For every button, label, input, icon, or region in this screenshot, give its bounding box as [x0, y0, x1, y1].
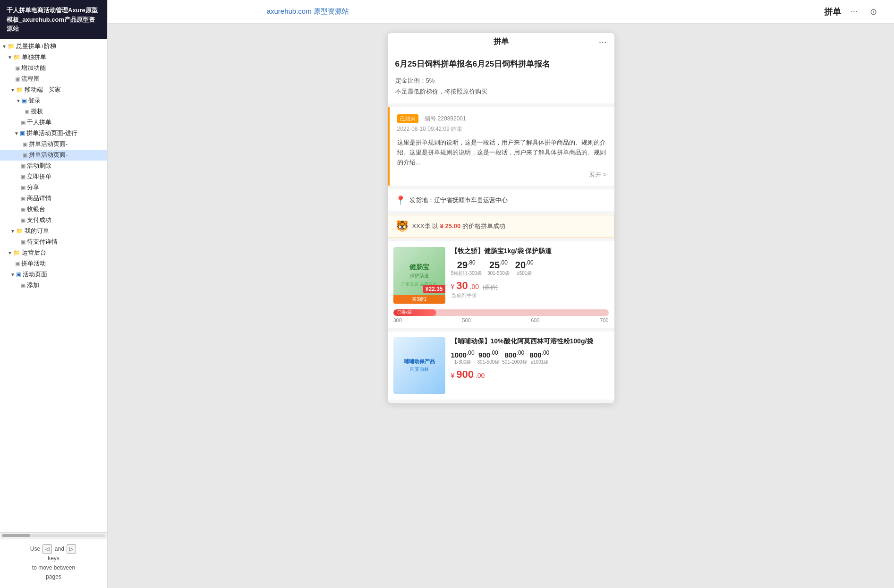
sidebar-item-label: 授权	[31, 108, 43, 116]
page-icon: ▣	[21, 174, 26, 180]
sidebar-item-ops-activity[interactable]: ▣ 拼单活动	[0, 258, 107, 269]
sidebar-tree[interactable]: ▼ 📁 总量拼单+阶梯 ▼ 📁 单独拼单 ▣ 增加功能 ▣ 流程图 ▼ 📁	[0, 39, 107, 532]
sidebar-item-flowchart[interactable]: ▣ 流程图	[0, 74, 107, 85]
sidebar-item-pay-success[interactable]: ▣ 支付成功	[0, 215, 107, 226]
page-icon: ▣	[21, 282, 26, 289]
sidebar-item-thousand[interactable]: ▣ 千人拼单	[0, 117, 107, 128]
price-tier-1-3: 20.00 ≥501袋	[515, 259, 534, 277]
arrow-icon: ▼	[16, 98, 21, 103]
sidebar-item-activity-page2[interactable]: ▣ 拼单活动页面-	[0, 150, 107, 161]
sidebar-item-delete[interactable]: ▣ 活动删除	[0, 161, 107, 171]
activity-title-card: 6月25日饲料拼单报名6月25日饲料拼单报名 定金比例：5% 不足最低阶梯价，将…	[388, 51, 614, 103]
expand-button[interactable]: 展开 >	[397, 170, 607, 179]
product-info-2: 【哺哺动保】10%酸化阿莫西林可溶性粉100g/袋 1000.00 1-300袋	[451, 337, 609, 394]
price-tiers-2: 1000.00 1-300袋 900.00 301-500袋	[451, 349, 609, 366]
product-info-1: 【牧之骄】健肠宝1kg/袋 保护肠道 29.80 5袋起订-300袋	[451, 247, 609, 304]
status-badge: 已结束	[397, 114, 418, 123]
page-icon: ▣	[21, 239, 26, 245]
sidebar-item-root[interactable]: ▼ 📁 总量拼单+阶梯	[0, 41, 107, 52]
sidebar-item-label: 添加	[27, 281, 39, 290]
key-right-btn: ▷	[67, 544, 76, 554]
price-tier-2-2: 900.00 301-500袋	[477, 349, 500, 366]
arrow-icon: ▼	[10, 229, 15, 234]
sidebar-item-my-orders[interactable]: ▼ 📁 我的订单	[0, 226, 107, 237]
sidebar-item-label: 拼单活动	[21, 260, 46, 268]
sidebar-hscroll[interactable]	[0, 532, 107, 539]
sidebar-item-label: 拼单活动页面-进行	[26, 129, 77, 137]
sidebar-item-product-detail[interactable]: ▣ 商品详情	[0, 193, 107, 204]
prog-label-300: 300	[393, 317, 402, 323]
arrow-icon: ▼	[8, 250, 12, 256]
page-icon: ▣	[15, 261, 20, 267]
nav-hint-keys: keys	[48, 555, 60, 562]
sidebar-item-auth[interactable]: ▣ 授权	[0, 106, 107, 117]
sidebar-item-checkout[interactable]: ▣ 收银台	[0, 204, 107, 215]
prog-label-600: 600	[531, 317, 539, 323]
sidebar-item-login[interactable]: ▼ ▣ 登录	[0, 95, 107, 106]
progress-bar-1: 已拼x袋	[393, 309, 609, 316]
nav-hint-use: Use	[30, 545, 40, 552]
status-desc: 这里是拼单规则的说明，这是一段话，用户来了解具体拼单商品的、规则的介绍。这里是拼…	[397, 138, 607, 167]
phone-content: 6月25日饲料拼单报名6月25日饲料拼单报名 定金比例：5% 不足最低阶梯价，将…	[388, 51, 614, 400]
phone-nav-more-button[interactable]: ···	[599, 36, 607, 47]
product-img-sublabel-2: 阿莫西林	[410, 366, 429, 373]
tier-label-2-4: ≥1001袋	[530, 359, 550, 366]
sidebar-item-single[interactable]: ▼ 📁 单独拼单	[0, 52, 107, 63]
topbar-settings-button[interactable]: ⊙	[867, 5, 880, 19]
arrow-icon: ▼	[8, 55, 12, 60]
sidebar-item-label: 移动端—买家	[25, 86, 61, 94]
sidebar-item-activity-folder[interactable]: ▼ ▣ 拼单活动页面-进行	[0, 128, 107, 139]
tier-price-main-2-3: 800.00	[502, 349, 527, 359]
sidebar-item-immediate[interactable]: ▣ 立即拼单	[0, 171, 107, 182]
sidebar-item-label: 活动页面	[23, 271, 47, 279]
topbar-more-button[interactable]: ···	[848, 5, 860, 18]
product-price-badge-1: ¥22.35	[423, 285, 445, 293]
product-image-1: 健肠宝 保护肠道 厂家直发 品质保证 买3赠1 ¥22.35	[393, 247, 445, 304]
price-tiers-1: 29.80 5袋起订-300袋 25.00 301-500袋	[451, 259, 609, 277]
sidebar-item-label: 登录	[28, 97, 41, 105]
status-time: 2022-08-10 09:42:09 结束	[397, 125, 607, 133]
phone-frame: 拼单 ··· 6月25日饲料拼单报名6月25日饲料拼单报名 定金比例：5% 不足…	[388, 33, 614, 403]
joined-avatar: 🐯	[396, 220, 409, 232]
sidebar-item-mobile-buyer[interactable]: ▼ 📁 移动端—买家	[0, 85, 107, 95]
current-price-2: ¥ 900 .00	[451, 368, 609, 381]
folder-icon: 📁	[13, 54, 20, 60]
sidebar-item-ops[interactable]: ▼ 📁 运营后台	[0, 247, 107, 258]
sidebar-item-pending-detail[interactable]: ▣ 待支付详情	[0, 237, 107, 247]
sidebar-item-add-func[interactable]: ▣ 增加功能	[0, 63, 107, 74]
joined-text: XXX李 以 ¥ 25.00 的价格拼单成功	[412, 222, 505, 230]
arrow-icon: ▼	[10, 272, 15, 277]
tier-price-main-2-1: 1000.00	[451, 349, 475, 359]
location-icon: 📍	[395, 195, 406, 205]
status-card: 已结束 ·编号 220892001 2022-08-10 09:42:09 结束…	[388, 107, 614, 185]
sidebar-item-label: 增加功能	[21, 64, 46, 72]
tier-price-main: 20.00	[515, 259, 534, 271]
topbar: axurehub.com 原型资源站 拼单 ··· ⊙	[108, 0, 894, 24]
tier-label: ≥501袋	[515, 270, 534, 277]
sidebar-item-activity-page1[interactable]: ▣ 拼单活动页面-	[0, 139, 107, 150]
tier-price-main: 25.00	[487, 259, 510, 271]
status-header: 已结束 ·编号 220892001	[397, 114, 607, 123]
product-card-1[interactable]: 健肠宝 保护肠道 厂家直发 品质保证 买3赠1 ¥22.35 【牧之骄】健肠宝1…	[388, 241, 614, 328]
topbar-site-title: axurehub.com 原型资源站	[117, 7, 499, 16]
page-icon: ▣	[21, 163, 26, 169]
sidebar-item-ops-add[interactable]: ▣ 添加	[0, 280, 107, 291]
arrow-icon: ▼	[2, 44, 7, 49]
product-card-2[interactable]: 哺哺动保产品 阿莫西林 【哺哺动保】10%酸化阿莫西林可溶性粉100g/袋 10…	[388, 332, 614, 400]
hscroll-track	[2, 534, 105, 537]
prog-label-500: 500	[462, 317, 470, 323]
current-price-1: ¥ 30 .00 (原价)	[451, 280, 609, 292]
page-icon: ▣	[15, 76, 20, 82]
product-image-2: 哺哺动保产品 阿莫西林	[393, 337, 445, 394]
hscroll-thumb	[2, 534, 30, 537]
tier-label: 5袋起订-300袋	[451, 270, 482, 277]
status-number: ·编号 220892001	[423, 115, 466, 122]
sidebar-item-ops-activity-page[interactable]: ▼ ▣ 活动页面	[0, 269, 107, 280]
sidebar-header: 千人拼单电商活动管理Axure原型模板_axurehub.com产品原型资源站	[0, 0, 107, 39]
sidebar-item-share[interactable]: ▣ 分享	[0, 182, 107, 193]
sidebar-item-label: 分享	[27, 184, 39, 192]
folder-icon: 📁	[8, 43, 15, 50]
progress-labels-1: 300 500 600 700	[393, 317, 609, 323]
activity-deposit-note: 不足最低阶梯价，将按照原价购买	[395, 86, 607, 97]
sidebar-title: 千人拼单电商活动管理Axure原型模板_axurehub.com产品原型资源站	[7, 7, 98, 32]
